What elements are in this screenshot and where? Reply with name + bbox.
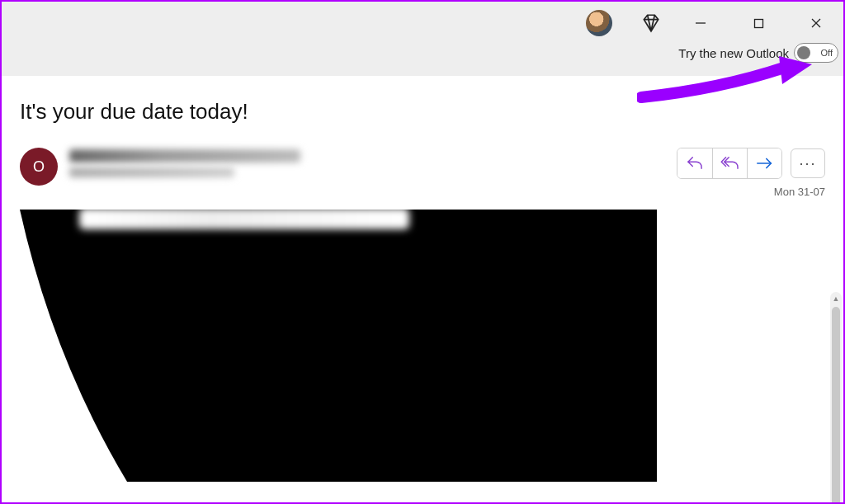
forward-button[interactable] <box>747 148 781 178</box>
close-button[interactable] <box>797 11 835 35</box>
recipient-redacted <box>69 167 234 177</box>
sender-info <box>69 148 665 182</box>
scrollbar-thumb[interactable] <box>832 307 840 504</box>
reply-all-button[interactable] <box>712 148 747 178</box>
premium-diamond-icon[interactable] <box>640 12 662 34</box>
message-content: It's your due date today! O <box>2 76 843 502</box>
svg-rect-1 <box>754 19 762 27</box>
action-column: ··· Mon 31-07 <box>677 148 825 198</box>
reply-forward-group <box>677 148 782 179</box>
user-avatar[interactable] <box>586 10 612 36</box>
message-body <box>20 210 825 482</box>
message-header: O ··· <box>20 148 825 198</box>
message-date: Mon 31-07 <box>774 186 825 198</box>
reply-button[interactable] <box>677 148 712 178</box>
sender-avatar[interactable]: O <box>20 148 58 186</box>
vertical-scrollbar[interactable]: ▲ <box>830 292 842 504</box>
titlebar: Try the new Outlook Off <box>2 2 843 76</box>
message-actions: ··· <box>677 148 825 179</box>
sender-name-redacted <box>69 149 300 163</box>
try-outlook-label: Try the new Outlook <box>678 46 789 60</box>
body-image-redacted <box>20 210 657 482</box>
try-outlook-row: Try the new Outlook Off <box>678 40 843 76</box>
more-actions-button[interactable]: ··· <box>791 148 825 178</box>
email-subject: It's your due date today! <box>20 99 825 125</box>
sender-initial: O <box>33 158 45 176</box>
toggle-knob <box>797 46 810 59</box>
maximize-button[interactable] <box>739 11 777 35</box>
body-heading-redacted <box>79 210 409 229</box>
toggle-state-label: Off <box>821 48 833 58</box>
minimize-button[interactable] <box>682 11 720 35</box>
titlebar-controls <box>586 2 843 40</box>
new-outlook-toggle[interactable]: Off <box>794 43 838 63</box>
more-icon: ··· <box>799 155 816 172</box>
scroll-up-arrow-icon[interactable]: ▲ <box>830 292 842 305</box>
